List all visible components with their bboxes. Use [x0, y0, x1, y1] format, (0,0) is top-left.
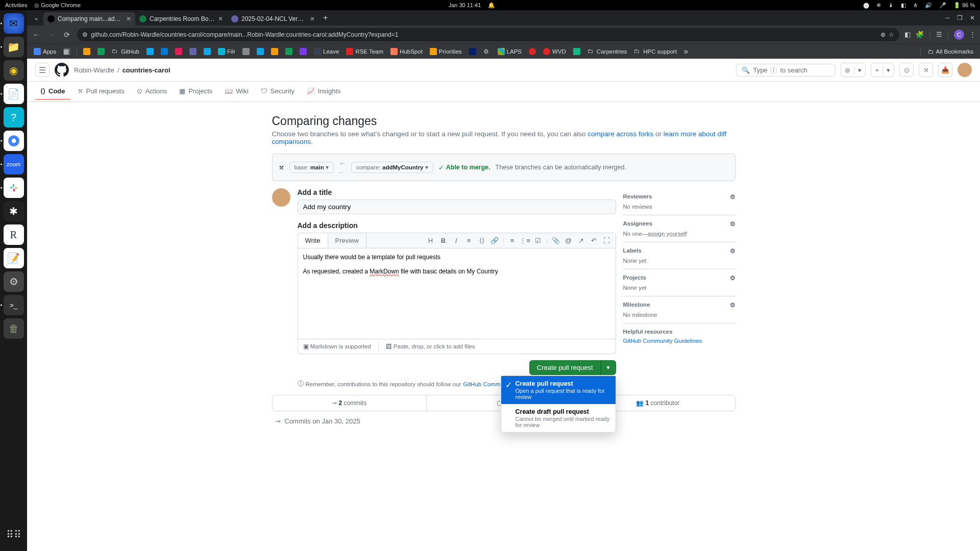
- tray-icon[interactable]: ❄: [876, 2, 881, 9]
- tray-icon[interactable]: ◧: [901, 2, 906, 9]
- tray-zoom-icon[interactable]: ⬤: [863, 2, 869, 9]
- notification-icon[interactable]: 🔔: [488, 2, 495, 9]
- gnome-top-bar: Activities ◎ Google Chrome Jan 30 11:41 …: [0, 0, 980, 10]
- network-icon[interactable]: ⋔: [913, 2, 918, 9]
- battery-icon[interactable]: 🔋 96 %: [953, 2, 975, 9]
- mic-icon[interactable]: 🎤: [939, 2, 946, 9]
- current-app[interactable]: ◎ Google Chrome: [34, 2, 81, 9]
- tray-icon[interactable]: 🌡: [888, 2, 894, 8]
- activities-button[interactable]: Activities: [5, 2, 27, 8]
- clock[interactable]: Jan 30 11:41: [449, 2, 481, 8]
- volume-icon[interactable]: 🔊: [925, 2, 932, 9]
